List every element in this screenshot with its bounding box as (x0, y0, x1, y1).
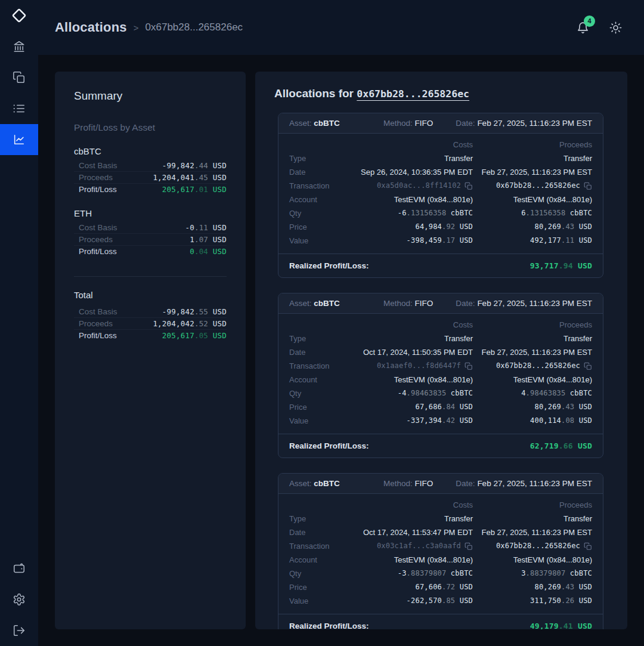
copy-icon[interactable] (465, 182, 473, 190)
allocation-card: Asset: cbBTC Method: FIFO Date: Feb 27, … (278, 293, 603, 458)
card-row-costs-value: Transfer (354, 514, 473, 524)
card-row-label: Value (289, 416, 354, 426)
card-row-label: Date (289, 527, 354, 537)
summary-row-value: 1,204,042.52 USD (153, 319, 227, 328)
card-row-proceeds-value: 400,114.08 USD (473, 416, 592, 426)
card-row-costs-value: 0xa5d0ac...8ff14102 (354, 181, 473, 191)
card-row-label: Qty (289, 568, 354, 579)
sidebar-item-transactions[interactable] (0, 93, 38, 124)
card-row-costs-value: Oct 17, 2024, 11:50:35 PM EDT (354, 347, 473, 357)
card-asset: Asset: cbBTC (289, 479, 383, 488)
card-row: Price 67,606.72 USD (289, 580, 592, 594)
app-logo[interactable] (0, 0, 38, 31)
card-row-label: Transaction (289, 541, 354, 551)
sidebar-item-bank[interactable] (0, 31, 38, 62)
card-row: Date Oct 17, 2024, 11:53:47 PM EDT (289, 526, 592, 539)
total-title: Total (74, 290, 227, 300)
asset-name: cbBTC (74, 146, 227, 156)
card-row-label: Value (289, 236, 354, 246)
gear-icon (13, 593, 26, 606)
summary-row-value: -0.11 USD (185, 223, 227, 232)
card-row-proceeds-value: 311,750.26 USD (473, 596, 592, 606)
card-row-label: Date (289, 347, 354, 357)
card-row-costs-value: 67,606.72 USD (354, 582, 473, 592)
allocations-address-link[interactable]: 0x67bb28...265826ec (357, 88, 469, 100)
card-row: Account TestEVM (0x84...801e) (289, 193, 592, 206)
sidebar-item-portfolios[interactable] (0, 62, 38, 93)
card-date: Date: Feb 27, 2025, 11:16:23 PM EST (456, 299, 592, 308)
allocation-card-header: Asset: cbBTC Method: FIFO Date: Feb 27, … (278, 474, 603, 494)
notifications-button[interactable]: 4 (576, 21, 590, 35)
card-row-proceeds-value: 0x67bb28...265826ec (473, 181, 592, 191)
card-row: Date Sep 26, 2024, 10:36:35 PM EDT (289, 165, 592, 179)
summary-row-label: Proceeds (79, 173, 113, 182)
card-row-proceeds-value: Transfer (473, 514, 592, 524)
summary-row-value: -99,842.55 USD (162, 307, 227, 316)
list-icon (13, 102, 26, 115)
copy-icon[interactable] (465, 362, 473, 370)
card-row-label: Account (289, 555, 354, 565)
summary-panel: Summary Profit/Loss by Asset cbBTC Cost … (55, 72, 246, 629)
sidebar-item-wallet[interactable] (0, 553, 38, 584)
copy-icon[interactable] (584, 542, 592, 551)
card-row-label: Transaction (289, 361, 354, 371)
allocation-card-header: Asset: cbBTC Method: FIFO Date: Feb 27, … (278, 113, 603, 134)
allocation-card-body: Costs Proceeds Type Transfer (278, 494, 603, 614)
costs-column-header: Costs (354, 500, 473, 509)
realized-pl-value: 49,179.41 USD (530, 622, 592, 629)
copy-icon[interactable] (465, 542, 473, 551)
summary-row-label: Proceeds (79, 319, 113, 328)
sidebar-item-settings[interactable] (0, 584, 38, 615)
sidebar-item-allocations[interactable] (0, 124, 38, 155)
summary-row-label: Proceeds (79, 235, 113, 244)
card-row: Type Transfer (289, 332, 592, 345)
card-method: Method: FIFO (383, 299, 433, 308)
card-row-costs-value: -3.88379807 cbBTC (354, 568, 473, 579)
allocation-card-body: Costs Proceeds Type Transfer (278, 134, 603, 254)
card-row: Qty -6.13156358 cbBTC (289, 206, 592, 220)
sun-icon (609, 21, 623, 35)
card-row-label: Type (289, 514, 354, 524)
card-row: Transaction 0x03c1af...c3a0aafd (289, 539, 592, 553)
card-row-costs-value: -337,394.42 USD (354, 416, 473, 426)
allocation-cards: Asset: cbBTC Method: FIFO Date: Feb 27, … (274, 113, 627, 629)
asset-blocks: cbBTC Cost Basis -99,842.44 USD Proceeds… (74, 146, 227, 257)
allocation-card-footer: Realized Profit/Loss: 62,719.66 USD (278, 434, 603, 458)
card-row: Qty -3.88379807 cbBTC (289, 567, 592, 580)
summary-row: Proceeds 1.07 USD (74, 234, 227, 246)
card-row-label: Price (289, 582, 354, 592)
card-row-label: Value (289, 596, 354, 606)
card-row-label: Qty (289, 208, 354, 218)
allocations-title-prefix: Allocations for (274, 87, 357, 100)
summary-row-value: 1.07 USD (190, 235, 227, 244)
card-row-label: Transaction (289, 181, 354, 191)
copy-icon[interactable] (584, 182, 592, 190)
realized-pl-value: 62,719.66 USD (530, 441, 592, 450)
summary-row-value: 205,617.01 USD (162, 185, 227, 194)
copy-icon[interactable] (584, 362, 592, 370)
costs-column-header: Costs (354, 320, 473, 329)
allocation-card-footer: Realized Profit/Loss: 93,717.94 USD (278, 254, 603, 277)
summary-row-label: Cost Basis (79, 307, 117, 316)
breadcrumb-title[interactable]: Allocations (55, 20, 127, 35)
card-asset: Asset: cbBTC (289, 119, 383, 128)
card-row-proceeds-value: TestEVM (0x84...801e) (473, 375, 592, 385)
theme-toggle-button[interactable] (609, 21, 623, 35)
card-row: Transaction 0xa5d0ac...8ff14102 (289, 179, 592, 193)
card-row: Value -262,570.85 USD (289, 594, 592, 608)
card-row-label: Account (289, 375, 354, 385)
card-method: Method: FIFO (383, 119, 433, 128)
summary-row-value: 0.04 USD (190, 247, 227, 256)
sidebar-item-logout[interactable] (0, 615, 38, 646)
summary-row-label: Profit/Loss (79, 185, 117, 194)
card-row-label: Type (289, 153, 354, 163)
summary-row-value: 1,204,041.45 USD (153, 173, 227, 182)
card-row-proceeds-value: Transfer (473, 333, 592, 344)
card-row-proceeds-value: 80,269.43 USD (473, 222, 592, 232)
sidebar (0, 0, 38, 646)
breadcrumb-separator: > (134, 23, 139, 33)
card-row-proceeds-value: 3.88379807 cbBTC (473, 568, 592, 579)
header-actions: 4 (576, 21, 623, 35)
summary-row-label: Profit/Loss (79, 247, 117, 256)
asset-name: ETH (74, 208, 227, 218)
